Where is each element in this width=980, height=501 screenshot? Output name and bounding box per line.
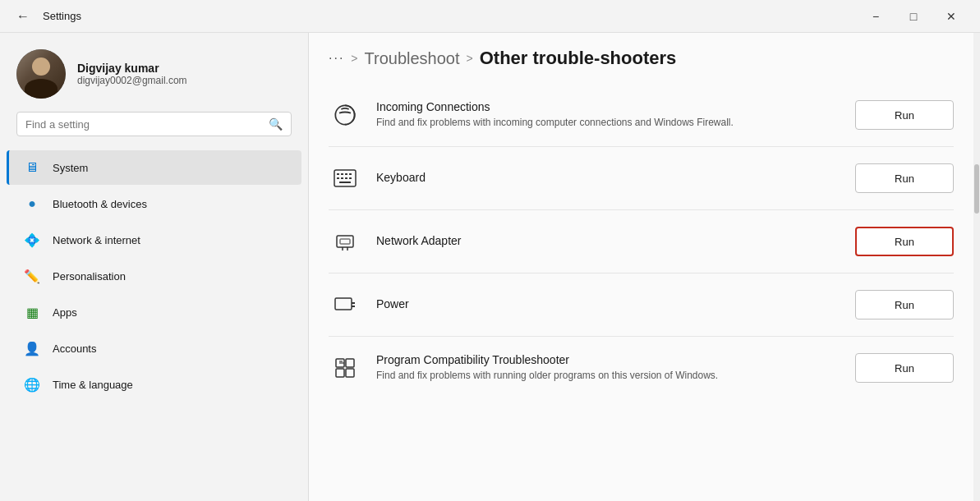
sidebar-item-apps[interactable]: ▦ Apps — [7, 295, 301, 329]
titlebar-left: ← Settings — [10, 6, 81, 27]
network-adapter-info: Network Adapter — [376, 234, 840, 250]
accounts-icon: 👤 — [23, 339, 41, 357]
breadcrumb-troubleshoot-link[interactable]: Troubleshoot — [365, 49, 460, 68]
incoming-connections-desc: Find and fix problems with incoming comp… — [376, 116, 840, 130]
user-profile: Digvijay kumar digvijay0002@gmail.com — [0, 33, 308, 112]
svg-rect-20 — [336, 369, 344, 377]
bluetooth-icon: ● — [23, 195, 41, 213]
back-icon[interactable]: ← — [10, 6, 36, 27]
scrollbar-track[interactable] — [973, 33, 980, 501]
network-adapter-run-button[interactable]: Run — [855, 227, 954, 256]
svg-rect-11 — [337, 236, 353, 247]
breadcrumb-current: Other trouble-shooters — [480, 48, 677, 69]
svg-rect-19 — [346, 359, 354, 367]
user-info: Digvijay kumar digvijay0002@gmail.com — [77, 62, 187, 86]
sidebar-item-bluetooth[interactable]: ● Bluetooth & devices — [7, 186, 301, 221]
sidebar-item-label: Network & internet — [53, 234, 140, 246]
list-item: Network Adapter Run — [329, 210, 954, 273]
titlebar-title: Settings — [43, 10, 81, 22]
content-wrapper: ··· > Troubleshoot > Other trouble-shoot… — [309, 33, 980, 501]
titlebar-controls: − □ ✕ — [857, 0, 970, 33]
keyboard-title: Keyboard — [376, 171, 840, 184]
svg-rect-21 — [346, 369, 354, 377]
list-item: Incoming Connections Find and fix proble… — [329, 84, 954, 147]
scrollbar-thumb[interactable] — [974, 164, 979, 214]
program-compatibility-info: Program Compatibility Troubleshooter Fin… — [376, 353, 840, 383]
power-icon — [329, 288, 361, 321]
incoming-connections-run-button[interactable]: Run — [855, 100, 954, 130]
maximize-button[interactable]: □ — [895, 0, 932, 33]
sidebar-item-label: Time & language — [53, 379, 133, 391]
incoming-connections-icon — [329, 99, 361, 131]
sidebar-item-label: System — [53, 162, 88, 174]
search-box[interactable]: 🔍 — [16, 112, 292, 136]
svg-rect-2 — [337, 173, 339, 175]
titlebar: ← Settings − □ ✕ — [0, 0, 980, 33]
svg-rect-5 — [349, 173, 352, 175]
svg-rect-10 — [339, 182, 351, 183]
incoming-connections-title: Incoming Connections — [376, 100, 840, 113]
sidebar-item-label: Personalisation — [53, 270, 126, 283]
breadcrumb-dots[interactable]: ··· — [329, 51, 344, 66]
user-name: Digvijay kumar — [77, 62, 187, 75]
content: ··· > Troubleshoot > Other trouble-shoot… — [309, 33, 973, 501]
sidebar-item-personalisation[interactable]: ✏️ Personalisation — [7, 259, 301, 293]
sidebar-item-accounts[interactable]: 👤 Accounts — [7, 331, 301, 365]
program-compatibility-title: Program Compatibility Troubleshooter — [376, 353, 840, 366]
troubleshooter-list: Incoming Connections Find and fix proble… — [309, 84, 973, 501]
close-button[interactable]: ✕ — [932, 0, 970, 33]
incoming-connections-info: Incoming Connections Find and fix proble… — [376, 100, 840, 130]
sidebar-item-network[interactable]: 💠 Network & internet — [7, 223, 301, 257]
svg-rect-15 — [335, 298, 352, 310]
network-adapter-icon — [329, 225, 361, 258]
network-adapter-title: Network Adapter — [376, 234, 840, 247]
sidebar-item-label: Accounts — [53, 342, 96, 355]
avatar — [16, 49, 66, 99]
app-layout: Digvijay kumar digvijay0002@gmail.com 🔍 … — [0, 33, 980, 501]
time-icon: 🌐 — [23, 375, 41, 393]
svg-rect-6 — [337, 177, 339, 179]
keyboard-info: Keyboard — [376, 171, 840, 186]
svg-rect-12 — [340, 239, 350, 244]
power-run-button[interactable]: Run — [855, 290, 954, 319]
power-title: Power — [376, 297, 840, 310]
svg-rect-3 — [341, 173, 343, 175]
sidebar-item-label: Bluetooth & devices — [53, 198, 147, 210]
keyboard-run-button[interactable]: Run — [855, 163, 954, 193]
svg-rect-9 — [349, 177, 352, 179]
sidebar: Digvijay kumar digvijay0002@gmail.com 🔍 … — [0, 33, 308, 501]
program-compatibility-icon — [329, 352, 361, 384]
breadcrumb: ··· > Troubleshoot > Other trouble-shoot… — [309, 33, 973, 84]
network-icon: 💠 — [23, 231, 41, 249]
svg-rect-4 — [345, 173, 347, 175]
breadcrumb-sep1: > — [351, 52, 357, 65]
search-input[interactable] — [25, 118, 262, 131]
system-icon: 🖥 — [23, 159, 41, 177]
apps-icon: ▦ — [23, 303, 41, 321]
list-item: Power Run — [329, 273, 954, 337]
avatar-image — [16, 49, 66, 99]
personalisation-icon: ✏️ — [23, 267, 41, 285]
breadcrumb-sep2: > — [467, 52, 473, 65]
user-email: digvijay0002@gmail.com — [77, 75, 187, 86]
program-compatibility-desc: Find and fix problems with running older… — [376, 369, 840, 383]
keyboard-icon — [329, 162, 361, 195]
sidebar-item-label: Apps — [53, 306, 77, 319]
program-compatibility-run-button[interactable]: Run — [855, 353, 954, 383]
sidebar-item-system[interactable]: 🖥 System — [7, 150, 301, 185]
search-icon: 🔍 — [269, 117, 283, 131]
list-item: Keyboard Run — [329, 147, 954, 210]
power-info: Power — [376, 297, 840, 313]
list-item: Program Compatibility Troubleshooter Fin… — [329, 337, 954, 399]
svg-rect-7 — [341, 177, 343, 179]
sidebar-item-time[interactable]: 🌐 Time & language — [7, 367, 301, 402]
svg-rect-8 — [345, 177, 347, 179]
minimize-button[interactable]: − — [857, 0, 895, 33]
